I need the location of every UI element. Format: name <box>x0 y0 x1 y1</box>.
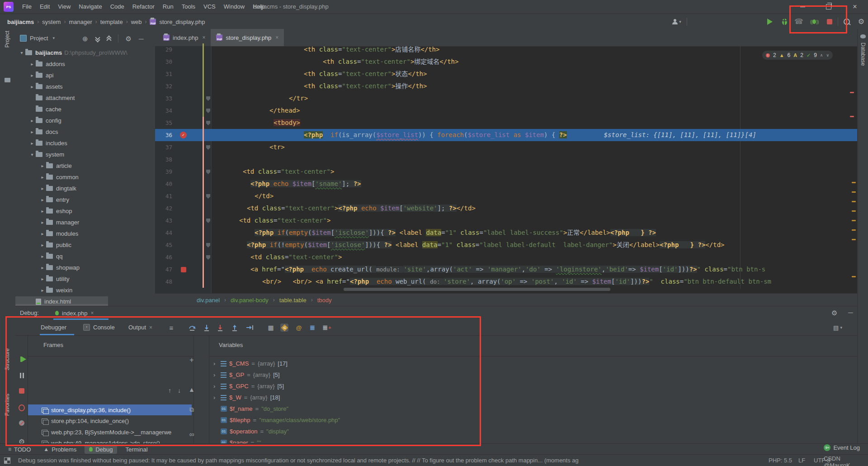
code-line-32[interactable]: 32<th class="text-center">操作</th> <box>155 80 857 92</box>
chevron-right-icon[interactable]: ▸ <box>39 186 46 191</box>
fold-marker-icon[interactable] <box>206 145 210 150</box>
tool-button-project[interactable]: Project <box>4 31 10 49</box>
view-options-icon[interactable]: ≡ <box>167 323 175 332</box>
chevron-down-icon[interactable]: ▾ <box>28 152 36 157</box>
tool-tab-terminal[interactable]: Terminal <box>121 445 152 454</box>
menu-code[interactable]: Code <box>106 3 128 10</box>
add-watch-icon[interactable]: + <box>185 356 198 364</box>
code-line-47[interactable]: 47<a href="<?php echo create_url( module… <box>155 263 857 276</box>
editor-breadcrumb-item[interactable]: tbody <box>317 297 332 304</box>
tree-item-baijiacms[interactable]: ▾baijiacmsD:\phpstudy_pro\WWW\ <box>15 47 155 58</box>
code-line-37[interactable]: 37<tr> <box>155 141 857 153</box>
menu-run[interactable]: Run <box>159 3 178 10</box>
collapse-all-icon[interactable] <box>107 36 111 41</box>
menu-navigate[interactable]: Navigate <box>75 3 106 10</box>
warning-stripe-mark[interactable] <box>852 220 856 221</box>
menu-vcs[interactable]: VCS <box>199 3 220 10</box>
tree-item-weixin[interactable]: ▸weixin <box>15 285 155 296</box>
chevron-right-icon[interactable]: ▸ <box>28 141 36 146</box>
chevron-right-icon[interactable]: ▸ <box>39 175 46 180</box>
breakpoint-icon[interactable]: ✓ <box>180 132 187 138</box>
warning-stripe-mark[interactable] <box>852 191 856 193</box>
hide-debug-panel-icon[interactable]: ─ <box>848 309 853 316</box>
listen-debug-connections-button[interactable]: (( )) <box>807 14 821 29</box>
tree-item-eshop[interactable]: ▸eshop <box>15 205 155 217</box>
debug-session-tab[interactable]: index.php × <box>51 306 98 320</box>
debugger-tab-debugger[interactable]: Debugger <box>41 320 66 335</box>
tool-windows-toggle-icon[interactable] <box>5 458 10 463</box>
tree-item-dingtalk[interactable]: ▸dingtalk <box>15 183 155 194</box>
copy-stack-icon[interactable]: ⧉ <box>185 406 198 414</box>
breakpoint-icon[interactable] <box>181 267 186 272</box>
code-line-43[interactable]: 43<td class="text-center"> <box>155 214 857 227</box>
fold-marker-icon[interactable] <box>206 109 210 113</box>
menu-file[interactable]: File <box>18 3 36 10</box>
frame-up-icon[interactable]: ↑ <box>168 387 171 394</box>
debugger-tab-console[interactable]: ›Console <box>83 320 115 335</box>
tree-item-utility[interactable]: ▸utility <box>15 273 155 285</box>
expand-arrow-icon[interactable]: › <box>213 394 218 401</box>
fold-marker-icon[interactable] <box>206 170 210 174</box>
code-line-46[interactable]: 46<td class="text-center"> <box>155 251 857 263</box>
show-values-inline-icon[interactable]: @ <box>295 323 303 332</box>
fold-marker-icon[interactable] <box>206 255 210 260</box>
fold-marker-icon[interactable] <box>206 194 210 199</box>
menu-edit[interactable]: Edit <box>36 3 54 10</box>
code-line-45[interactable]: 45<?php if(!empty($item['isclose'])){ ?>… <box>155 239 857 251</box>
debugger-tab-output[interactable]: Output× <box>128 320 152 335</box>
evaluate-infinity-icon[interactable]: ∞ <box>185 430 198 438</box>
view-breakpoints-button[interactable] <box>19 404 25 411</box>
code-line-30[interactable]: 30<th class="text-center">绑定域名</th> <box>155 56 857 68</box>
fold-marker-icon[interactable] <box>206 96 210 101</box>
stop-debug-button[interactable] <box>19 388 25 394</box>
pause-button[interactable] <box>19 372 25 379</box>
fold-marker-icon[interactable] <box>206 243 210 247</box>
tree-item-common[interactable]: ▸common <box>15 171 155 183</box>
close-button[interactable]: × <box>842 0 868 14</box>
frame-item[interactable]: store.php:104, include_once() <box>28 415 192 426</box>
breadcrumb-item[interactable]: system <box>42 19 61 25</box>
warning-stripe-mark[interactable] <box>852 239 856 240</box>
code-area[interactable]: 29<th class="text-center">店铺名称</th>30<th… <box>155 46 857 293</box>
resume-button[interactable] <box>19 356 25 362</box>
expand-arrow-icon[interactable]: › <box>213 360 218 367</box>
prev-issue-icon[interactable]: ∧ <box>820 53 823 57</box>
code-line-36[interactable]: 36✓<?php if(is_array($store_list)) { for… <box>155 129 857 141</box>
evaluate-expression-icon[interactable]: ▦ <box>267 323 275 332</box>
code-line-31[interactable]: 31<th class="text-center">状态</th> <box>155 68 857 80</box>
tree-item-attachment[interactable]: attachment <box>15 92 155 104</box>
tool-button-database[interactable]: Database <box>860 43 866 67</box>
run-with-coverage-button[interactable]: ☎ <box>793 14 805 29</box>
tree-item-manager[interactable]: ▸manager <box>15 217 155 228</box>
frame-down-icon[interactable]: ↓ <box>178 387 181 394</box>
tool-tab-todo[interactable]: ≡TODO <box>4 445 35 454</box>
run-to-cursor-icon[interactable] <box>246 323 254 332</box>
warning-stripe-mark[interactable] <box>852 229 856 231</box>
breadcrumb-item[interactable]: manager <box>69 19 92 25</box>
tree-item-system[interactable]: ▾system <box>15 149 155 160</box>
menu-window[interactable]: Window <box>220 3 249 10</box>
breadcrumb-item[interactable]: store_display.php <box>159 19 205 25</box>
code-line-35[interactable]: 35<tbody> <box>155 117 857 129</box>
tree-item-entry[interactable]: ▸entry <box>15 194 155 205</box>
chevron-right-icon[interactable]: ▸ <box>39 209 46 214</box>
php-version-indicator[interactable]: PHP: 5.5 <box>769 455 792 466</box>
code-line-38[interactable]: 38 <box>155 153 857 166</box>
chevron-right-icon[interactable]: ▸ <box>39 243 46 247</box>
warning-stripe-mark[interactable] <box>852 210 856 212</box>
close-tab-icon[interactable]: × <box>202 34 205 41</box>
menu-view[interactable]: View <box>54 3 75 10</box>
run-button[interactable] <box>764 14 776 29</box>
expand-arrow-icon[interactable]: › <box>213 371 218 378</box>
tree-item-shopwap[interactable]: ▸shopwap <box>15 262 155 273</box>
menu-tools[interactable]: Tools <box>178 3 199 10</box>
tool-button-structure[interactable]: Structure <box>4 348 10 372</box>
chevron-right-icon[interactable]: ▸ <box>28 129 36 134</box>
expand-all-icon[interactable] <box>95 36 99 41</box>
warning-stripe-mark[interactable] <box>852 201 856 202</box>
locate-file-icon[interactable]: ⊕ <box>82 35 88 42</box>
tree-item-modules[interactable]: ▸modules <box>15 228 155 239</box>
minimize-button[interactable] <box>789 0 816 14</box>
tree-item-assets[interactable]: ▸assets <box>15 81 155 92</box>
panel-settings-icon[interactable]: ⚙ <box>126 35 132 42</box>
